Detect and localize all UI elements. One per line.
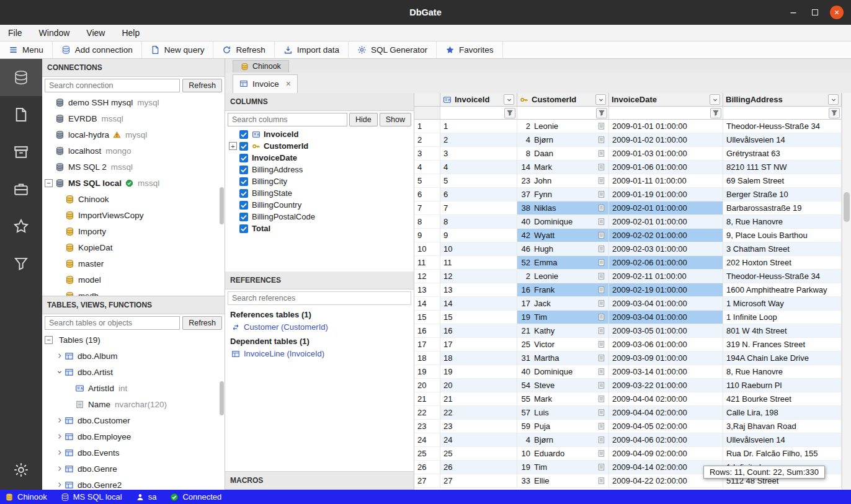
- connection-importviewscopy[interactable]: ImportViewsCopy: [42, 207, 225, 223]
- cell-billingaddress[interactable]: 319 N. Frances Street: [723, 338, 842, 351]
- rail-item-favorites[interactable]: [0, 208, 42, 245]
- grid-vertical-scrollbar[interactable]: [842, 93, 851, 490]
- cell-invoiceid[interactable]: 14: [440, 297, 517, 311]
- rail-item-archive[interactable]: [0, 133, 42, 170]
- cell-billingaddress[interactable]: 9, Place Louis Barthou: [723, 229, 842, 242]
- row-number-cell[interactable]: 11: [414, 256, 440, 270]
- connection-kopiedat[interactable]: KopieDat: [42, 239, 225, 255]
- column-toggle-billingcountry[interactable]: BillingCountry: [225, 199, 414, 211]
- connection-msdb[interactable]: msdb: [42, 288, 225, 296]
- table-item-dbo-customer[interactable]: dbo.Customer: [42, 412, 225, 428]
- cell-customerid[interactable]: 37Fynn: [517, 188, 609, 201]
- cell-invoicedate[interactable]: 2009-04-04 02:00:00: [609, 406, 723, 420]
- rail-item-applications[interactable]: [0, 170, 42, 208]
- filter-input-invoicedate[interactable]: [609, 107, 710, 119]
- cell-invoiceid[interactable]: 2: [440, 133, 517, 147]
- connection-model[interactable]: model: [42, 272, 225, 288]
- chevron-right-icon[interactable]: [55, 449, 65, 456]
- cell-invoicedate[interactable]: 2009-01-02 01:00:00: [609, 133, 723, 147]
- cell-customerid[interactable]: 31Martha: [517, 351, 609, 365]
- row-number-cell[interactable]: 1: [414, 120, 440, 133]
- table-item-artistid[interactable]: ArtistIdint: [42, 380, 225, 396]
- row-number-cell[interactable]: 18: [414, 351, 440, 365]
- cell-billingaddress[interactable]: 8, Rue Hanovre: [723, 365, 842, 379]
- scrollbar-thumb[interactable]: [844, 192, 850, 222]
- reference-link-invoiceline-invoiceid[interactable]: InvoiceLine (InvoiceId): [225, 348, 414, 360]
- cell-billingaddress[interactable]: Rua Dr. Falcão Filho, 155: [723, 447, 842, 461]
- cell-customerid[interactable]: 42Wyatt: [517, 229, 609, 242]
- cell-billingaddress[interactable]: Grétrystraat 63: [723, 147, 842, 161]
- cell-billingaddress[interactable]: 110 Raeburn Pl: [723, 379, 842, 392]
- cell-invoiceid[interactable]: 15: [440, 311, 517, 324]
- table-item-dbo-genre[interactable]: dbo.Genre: [42, 461, 225, 477]
- menu-window[interactable]: Window: [39, 28, 70, 38]
- row-number-cell[interactable]: 24: [414, 433, 440, 447]
- cell-invoicedate[interactable]: 2009-02-06 01:00:00: [609, 256, 723, 270]
- cell-invoiceid[interactable]: 17: [440, 338, 517, 351]
- connections-search-input[interactable]: [45, 79, 180, 92]
- cell-customerid[interactable]: 10Eduardo: [517, 447, 609, 461]
- cell-billingaddress[interactable]: 8210 111 ST NW: [723, 161, 842, 174]
- status-chinook[interactable]: Chinook: [5, 492, 47, 502]
- tab-invoice[interactable]: Invoice ×: [233, 74, 298, 93]
- checkbox-checked-icon[interactable]: [239, 166, 248, 174]
- reference-link-customer-customerid[interactable]: Customer (CustomerId): [225, 321, 414, 334]
- filter-menu-button[interactable]: [596, 108, 607, 118]
- column-header-billingaddress[interactable]: BillingAddress: [723, 93, 842, 107]
- cell-invoicedate[interactable]: 2009-02-02 01:00:00: [609, 229, 723, 242]
- cell-customerid[interactable]: 38Niklas: [517, 201, 609, 215]
- toolbar-import-data-button[interactable]: Import data: [275, 42, 349, 58]
- cell-invoicedate[interactable]: 2009-01-11 01:00:00: [609, 174, 723, 188]
- cell-invoiceid[interactable]: 21: [440, 392, 517, 406]
- cell-billingaddress[interactable]: Ullevålsveien 14: [723, 133, 842, 147]
- row-number-cell[interactable]: 27: [414, 474, 440, 488]
- checkbox-checked-icon[interactable]: [239, 201, 248, 210]
- table-item-dbo-employee[interactable]: dbo.Employee: [42, 428, 225, 444]
- tables-search-input[interactable]: [45, 316, 180, 330]
- cell-invoicedate[interactable]: 2009-03-14 01:00:00: [609, 365, 723, 379]
- expander-minus-icon[interactable]: −: [45, 179, 53, 187]
- row-number-cell[interactable]: 22: [414, 406, 440, 420]
- hide-button[interactable]: Hide: [349, 113, 378, 126]
- row-number-cell[interactable]: 17: [414, 338, 440, 351]
- connection-chinook[interactable]: Chinook: [42, 191, 225, 207]
- cell-invoicedate[interactable]: 2009-01-19 01:00:00: [609, 188, 723, 201]
- cell-invoiceid[interactable]: 7: [440, 201, 517, 215]
- filter-input-billingaddress[interactable]: [723, 107, 829, 119]
- cell-invoiceid[interactable]: 4: [440, 161, 517, 174]
- close-button[interactable]: ×: [830, 6, 844, 19]
- checkbox-checked-icon[interactable]: [239, 130, 248, 139]
- cell-invoiceid[interactable]: 19: [440, 365, 517, 379]
- cell-invoiceid[interactable]: 5: [440, 174, 517, 188]
- cell-invoiceid[interactable]: 24: [440, 433, 517, 447]
- rail-item-connections[interactable]: [0, 59, 42, 96]
- cell-customerid[interactable]: 8Daan: [517, 147, 609, 161]
- cell-billingaddress[interactable]: Berger Straße 10: [723, 188, 842, 201]
- chevron-right-icon[interactable]: [55, 433, 65, 440]
- tab-chinook[interactable]: Chinook: [233, 60, 289, 73]
- column-toggle-invoiceid[interactable]: InvoiceId: [225, 128, 414, 140]
- row-number-cell[interactable]: 5: [414, 174, 440, 188]
- row-number-cell[interactable]: 4: [414, 161, 440, 174]
- cell-invoicedate[interactable]: 2009-03-04 01:00:00: [609, 297, 723, 311]
- show-button[interactable]: Show: [380, 113, 411, 126]
- cell-customerid[interactable]: 2Leonie: [517, 270, 609, 283]
- cell-customerid[interactable]: 40Dominique: [517, 215, 609, 229]
- cell-customerid[interactable]: 25Victor: [517, 338, 609, 351]
- tab-close-icon[interactable]: ×: [286, 79, 291, 89]
- filter-menu-button[interactable]: [504, 108, 515, 118]
- row-number-cell[interactable]: 6: [414, 188, 440, 201]
- cell-billingaddress[interactable]: 1 Microsoft Way: [723, 297, 842, 311]
- filter-menu-button[interactable]: [829, 108, 840, 118]
- column-toggle-billingcity[interactable]: BillingCity: [225, 175, 414, 187]
- connection-evrdb[interactable]: EVRDBmssql: [42, 110, 225, 126]
- column-header-invoicedate[interactable]: InvoiceDate: [609, 93, 723, 107]
- cell-invoicedate[interactable]: 2009-02-01 01:00:00: [609, 215, 723, 229]
- cell-customerid[interactable]: 14Mark: [517, 161, 609, 174]
- cell-invoiceid[interactable]: 12: [440, 270, 517, 283]
- cell-invoiceid[interactable]: 16: [440, 324, 517, 338]
- cell-invoicedate[interactable]: 2009-02-03 01:00:00: [609, 242, 723, 256]
- toolbar-favorites-button[interactable]: Favorites: [437, 42, 503, 58]
- row-number-cell[interactable]: 20: [414, 379, 440, 392]
- cell-customerid[interactable]: 19Tim: [517, 311, 609, 324]
